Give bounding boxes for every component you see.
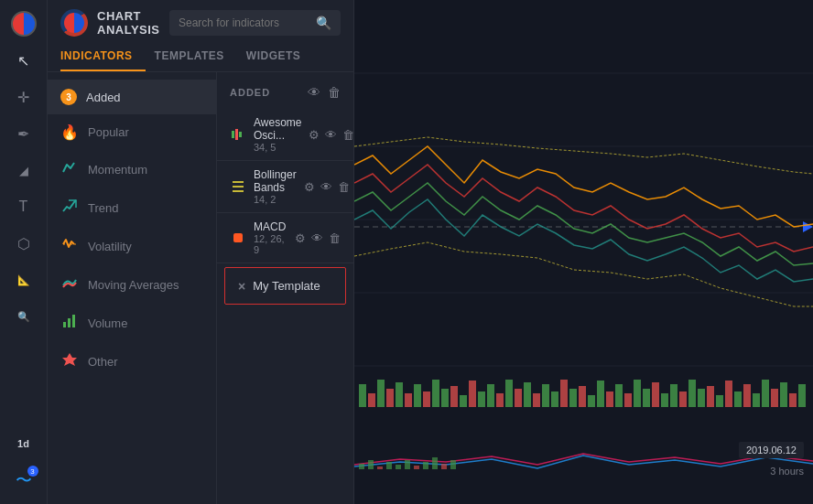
panel-logo	[60, 9, 88, 37]
category-item-trend[interactable]: Trend	[48, 188, 216, 227]
svg-rect-56	[698, 389, 705, 407]
macd-actions: ⚙ 👁 🗑	[295, 231, 341, 245]
category-label-added: Added	[86, 91, 121, 104]
toolbar-zoom[interactable]: 🔍	[7, 300, 40, 333]
svg-rect-45	[597, 381, 604, 407]
indicators-section-header: ADDED 👁 🗑	[217, 80, 353, 105]
bollinger-delete-icon[interactable]: 🗑	[338, 180, 350, 194]
template-name-input[interactable]	[253, 279, 353, 293]
svg-rect-38	[533, 393, 540, 407]
category-item-volatility[interactable]: Volatility	[48, 227, 216, 265]
svg-rect-76	[432, 457, 438, 469]
svg-rect-30	[460, 395, 467, 407]
svg-rect-26	[423, 391, 430, 407]
toolbar-timeframe[interactable]: 1d	[7, 427, 40, 460]
svg-rect-25	[414, 384, 421, 407]
svg-rect-6	[235, 129, 238, 140]
bollinger-actions: ⚙ 👁 🗑	[304, 180, 350, 194]
toolbar-measure[interactable]: 📐	[7, 263, 40, 296]
svg-rect-34	[496, 393, 504, 407]
visibility-icon[interactable]: 👁	[308, 85, 320, 100]
svg-rect-52	[661, 393, 668, 407]
svg-rect-53	[670, 384, 678, 407]
bollinger-name: Bollinger Bands	[254, 168, 297, 194]
chart-area: 2019.06.12 3 hours	[354, 0, 813, 504]
svg-rect-36	[515, 389, 522, 407]
macd-visibility-icon[interactable]: 👁	[311, 231, 323, 245]
awesome-osc-name: Awesome Osci...	[254, 116, 301, 142]
toolbar-text[interactable]: T	[7, 190, 40, 223]
svg-rect-5	[232, 131, 234, 138]
search-area[interactable]: 🔍	[169, 10, 341, 36]
svg-rect-61	[743, 384, 751, 407]
svg-rect-63	[762, 380, 769, 407]
category-item-added[interactable]: 3 Added	[48, 80, 216, 114]
awesome-osc-delete-icon[interactable]: 🗑	[342, 128, 353, 142]
svg-rect-41	[560, 380, 568, 407]
category-label-trend: Trend	[88, 201, 118, 215]
chart-date-label: 2019.06.12	[739, 442, 804, 458]
svg-rect-69	[368, 460, 374, 469]
left-toolbar: ↖ ✛ ✒ ◢ T ⬡ 📐 🔍 1d 〜 3	[0, 0, 48, 504]
popular-icon: 🔥	[60, 123, 79, 141]
bollinger-icon	[230, 178, 246, 195]
tab-widgets[interactable]: WIDGETS	[246, 44, 314, 71]
category-item-momentum[interactable]: Momentum	[48, 150, 216, 188]
toolbar-oscillator[interactable]: 〜 3	[7, 464, 40, 497]
toolbar-ruler[interactable]: ◢	[7, 154, 40, 187]
category-item-other[interactable]: Other	[48, 342, 216, 381]
svg-marker-4	[62, 353, 77, 366]
toolbar-cursor[interactable]: ↖	[7, 44, 40, 77]
svg-rect-68	[359, 464, 364, 469]
svg-rect-31	[469, 381, 476, 407]
chart-svg	[354, 0, 813, 504]
tab-templates[interactable]: TEMPLATES	[155, 44, 237, 71]
svg-rect-37	[524, 382, 531, 407]
category-label-popular: Popular	[88, 125, 129, 139]
category-item-volume[interactable]: Volume	[48, 304, 216, 342]
bollinger-settings-icon[interactable]: ⚙	[304, 180, 315, 194]
svg-rect-40	[551, 391, 558, 407]
macd-name: MACD	[254, 220, 287, 233]
category-label-momentum: Momentum	[88, 163, 147, 177]
svg-rect-28	[441, 389, 449, 407]
svg-rect-7	[239, 132, 242, 137]
svg-rect-32	[478, 391, 485, 407]
svg-rect-49	[634, 380, 641, 407]
macd-info: MACD 12, 26, 9	[254, 220, 287, 255]
svg-rect-39	[542, 384, 549, 407]
category-item-moving-averages[interactable]: Moving Averages	[48, 265, 216, 304]
svg-rect-74	[414, 466, 419, 469]
bollinger-visibility-icon[interactable]: 👁	[320, 180, 332, 194]
macd-settings-icon[interactable]: ⚙	[295, 231, 306, 245]
svg-rect-35	[505, 380, 513, 407]
save-template-close[interactable]: ×	[238, 279, 245, 294]
svg-rect-11	[233, 233, 243, 242]
svg-rect-2	[68, 318, 70, 327]
macd-delete-icon[interactable]: 🗑	[329, 231, 341, 245]
tab-indicators[interactable]: INDICATORS	[60, 44, 146, 71]
svg-rect-24	[405, 393, 412, 407]
panel-header: CHART ANALYSIS 🔍 INDICATORS TEMPLATES WI…	[48, 0, 353, 72]
svg-rect-47	[615, 384, 623, 407]
category-list: 3 Added 🔥 Popular Momentum	[48, 72, 217, 504]
search-input[interactable]	[179, 16, 316, 29]
svg-rect-55	[688, 380, 696, 407]
search-icon: 🔍	[316, 16, 331, 30]
category-item-popular[interactable]: 🔥 Popular	[48, 114, 216, 150]
toolbar-pen[interactable]: ✒	[7, 117, 40, 150]
svg-rect-3	[72, 315, 75, 327]
svg-rect-67	[798, 384, 806, 407]
awesome-osc-visibility-icon[interactable]: 👁	[325, 128, 337, 142]
toolbar-crosshair[interactable]: ✛	[7, 80, 40, 113]
delete-all-icon[interactable]: 🗑	[328, 85, 341, 100]
toolbar-shapes[interactable]: ⬡	[7, 227, 40, 260]
trend-icon	[60, 198, 79, 218]
awesome-osc-settings-icon[interactable]: ⚙	[309, 128, 320, 142]
indicators-list: ADDED 👁 🗑 Awesome Osci... 34,	[217, 72, 353, 504]
svg-rect-21	[377, 380, 385, 407]
panel-tabs: INDICATORS TEMPLATES WIDGETS	[60, 44, 341, 71]
toolbar-logo[interactable]	[7, 7, 40, 40]
bollinger-params: 14, 2	[254, 194, 297, 205]
svg-rect-66	[789, 393, 797, 407]
